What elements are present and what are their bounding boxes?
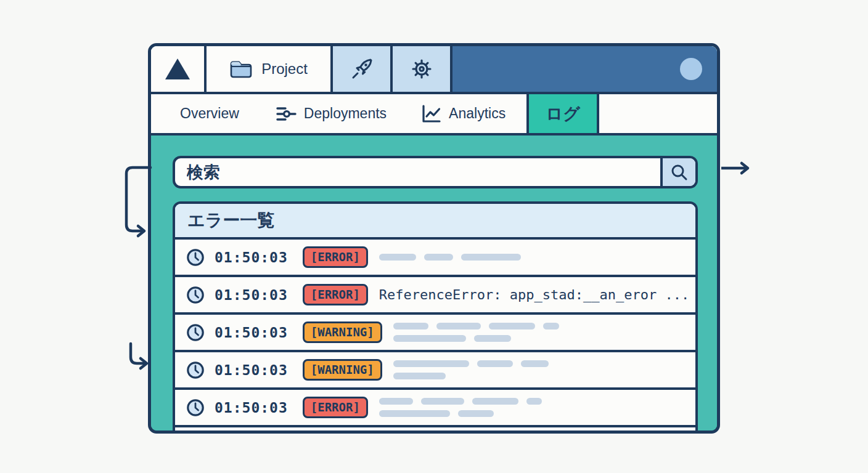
log-timestamp: 01:50:03	[215, 287, 288, 303]
loop-connector-arrow-icon	[120, 157, 154, 243]
tab-analytics-label: Analytics	[449, 105, 506, 122]
title-bar-spacer	[452, 46, 717, 92]
log-placeholder-bars	[379, 254, 695, 261]
tab-deployments-label: Deployments	[304, 105, 387, 122]
project-selector[interactable]: Project	[207, 46, 333, 92]
tab-logs[interactable]: ログ	[526, 94, 599, 133]
log-row[interactable]: 01:50:03 [WARNING]	[175, 352, 695, 390]
log-timestamp: 01:50:03	[215, 400, 288, 416]
log-placeholder-bars	[379, 398, 695, 417]
clock-icon	[186, 398, 205, 417]
log-level-badge: [WARNING]	[303, 359, 382, 381]
search-bar	[173, 156, 698, 188]
logs-content: エラー一覧 01:50:03 [ERROR] 01:50:03 [ER	[151, 135, 717, 431]
log-timestamp: 01:50:03	[215, 362, 288, 378]
sliders-icon	[276, 106, 297, 122]
tab-overview-label: Overview	[180, 105, 239, 122]
log-message: ReferenceError: app_stad:__an_eror ...	[379, 287, 695, 302]
log-level-badge: [ERROR]	[303, 284, 368, 305]
clock-icon	[186, 248, 205, 267]
project-label: Project	[261, 60, 308, 78]
clock-icon	[186, 286, 205, 304]
tab-logs-label: ログ	[546, 103, 580, 125]
error-list-header: エラー一覧	[175, 204, 695, 240]
log-placeholder-bars	[393, 323, 695, 342]
title-bar: Project	[151, 46, 717, 94]
log-row-partial[interactable]: 01:50:03 [ERROR]	[175, 427, 695, 431]
settings-button[interactable]	[393, 46, 452, 92]
log-level-badge: [WARNING]	[303, 321, 382, 343]
right-arrow-icon	[721, 154, 753, 182]
branch-arrow-icon	[123, 338, 154, 376]
log-level-badge: [ERROR]	[303, 246, 368, 268]
tab-overview[interactable]: Overview	[180, 105, 239, 122]
clock-icon	[186, 361, 205, 379]
clock-icon	[186, 323, 205, 342]
log-placeholder-bars	[393, 360, 695, 379]
app-window: Project Overv	[148, 43, 720, 434]
tab-bar: Overview Deployments Analyt	[151, 94, 717, 135]
triangle-logo-icon	[164, 57, 191, 81]
log-level-badge: [ERROR]	[303, 397, 368, 418]
user-avatar[interactable]	[680, 58, 702, 80]
tab-analytics[interactable]: Analytics	[422, 105, 506, 123]
log-timestamp: 01:50:03	[215, 325, 288, 341]
error-list-panel: エラー一覧 01:50:03 [ERROR] 01:50:03 [ER	[173, 201, 698, 431]
search-button[interactable]	[660, 158, 695, 186]
tab-deployments[interactable]: Deployments	[276, 105, 387, 122]
gear-icon	[408, 55, 435, 83]
log-row[interactable]: 01:50:03 [ERROR] ReferenceError: app_sta…	[175, 277, 695, 315]
search-input[interactable]	[175, 158, 660, 186]
deploy-rocket-button[interactable]	[333, 46, 393, 92]
log-timestamp: 01:50:03	[215, 249, 288, 265]
magnifier-icon	[669, 163, 689, 182]
logo-button[interactable]	[151, 46, 207, 92]
line-chart-icon	[422, 105, 441, 123]
log-row[interactable]: 01:50:03 [WARNING]	[175, 315, 695, 352]
folder-icon	[229, 59, 253, 79]
rocket-icon	[349, 56, 375, 82]
log-row[interactable]: 01:50:03 [ERROR]	[175, 240, 695, 277]
error-list-title: エラー一覧	[187, 209, 274, 232]
log-row[interactable]: 01:50:03 [ERROR]	[175, 390, 695, 427]
